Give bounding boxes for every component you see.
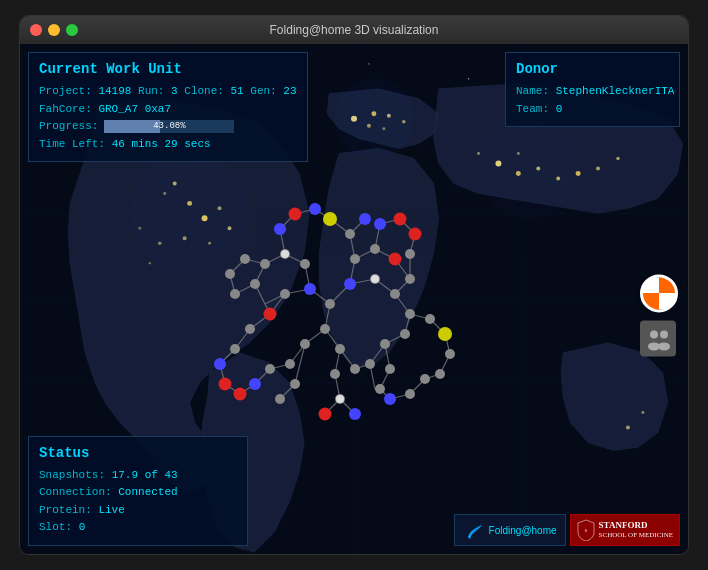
connection-row: Connection: Connected (39, 484, 237, 502)
connection-label: Connection: (39, 486, 112, 498)
svg-point-20 (149, 262, 151, 264)
donor-name-row: Name: StephenKlecknerITA (516, 83, 669, 101)
slot-label: Slot: (39, 521, 72, 533)
time-left-label: Time Left: (39, 138, 105, 150)
progress-label: Progress: (39, 118, 98, 136)
fahcore-label: FahCore: (39, 103, 92, 115)
svg-text:S: S (584, 528, 587, 533)
progress-row: Progress: 43.08% (39, 118, 297, 136)
svg-point-32 (596, 167, 600, 171)
right-icon-group (640, 274, 678, 356)
minimize-button[interactable] (48, 24, 60, 36)
project-label: Project: (39, 85, 92, 97)
gen-value: 23 (283, 85, 296, 97)
snapshots-label: Snapshots: (39, 469, 105, 481)
status-panel: Status Snapshots: 17.9 of 43 Connection:… (28, 436, 248, 546)
maximize-button[interactable] (66, 24, 78, 36)
donor-name-value: StephenKlecknerITA (556, 85, 675, 97)
svg-point-40 (479, 119, 579, 219)
stanford-subtitle: SCHOOL OF MEDICINE (599, 531, 673, 539)
project-row: Project: 14198 Run: 3 Clone: 51 Gen: 23 (39, 83, 297, 101)
main-window: Folding@home 3D visualization (19, 15, 689, 555)
content-area: Current Work Unit Project: 14198 Run: 3 … (20, 44, 688, 554)
fahcore-value: GRO_A7 0xa7 (98, 103, 171, 115)
run-value: 3 (171, 85, 178, 97)
connection-value: Connected (118, 486, 177, 498)
protein-label: Protein: (39, 504, 92, 516)
window-title: Folding@home 3D visualization (270, 23, 439, 37)
time-left-row: Time Left: 46 mins 29 secs (39, 136, 297, 154)
svg-point-34 (477, 152, 480, 155)
donor-team-row: Team: 0 (516, 101, 669, 119)
time-left-value: 46 mins 29 secs (112, 138, 211, 150)
svg-point-37 (641, 411, 644, 414)
svg-point-5 (468, 78, 470, 80)
svg-point-183 (658, 342, 670, 350)
stanford-text-block: STANFORD SCHOOL OF MEDICINE (599, 520, 673, 539)
stanford-shield-icon: S (577, 519, 595, 541)
clone-label: Clone: (184, 85, 224, 97)
protein-value: Live (98, 504, 124, 516)
svg-point-180 (650, 330, 658, 338)
slot-value: 0 (79, 521, 86, 533)
stanford-logo: S STANFORD SCHOOL OF MEDICINE (570, 514, 680, 546)
fah-logo-text: Folding@home (489, 525, 557, 536)
progress-bar-text: 43.08% (104, 120, 234, 133)
slot-row: Slot: 0 (39, 519, 237, 537)
traffic-lights (30, 24, 78, 36)
snapshots-row: Snapshots: 17.9 of 43 (39, 467, 237, 485)
work-unit-title: Current Work Unit (39, 61, 297, 77)
stanford-name: STANFORD (599, 520, 673, 531)
svg-point-39 (334, 79, 414, 159)
fah-bird-icon (463, 519, 485, 541)
close-button[interactable] (30, 24, 42, 36)
lifebuoy-button[interactable] (640, 274, 678, 312)
donor-team-value: 0 (556, 103, 563, 115)
donor-team-label: Team: (516, 103, 549, 115)
current-work-unit-panel: Current Work Unit Project: 14198 Run: 3 … (28, 52, 308, 162)
donor-name-label: Name: (516, 85, 549, 97)
svg-point-182 (660, 330, 668, 338)
clone-value: 51 (231, 85, 244, 97)
fahcore-row: FahCore: GRO_A7 0xa7 (39, 101, 297, 119)
gen-label: Gen: (250, 85, 276, 97)
svg-point-4 (368, 63, 369, 64)
run-label: Run: (138, 85, 164, 97)
progress-bar-container: 43.08% (104, 120, 234, 133)
protein-row: Protein: Live (39, 502, 237, 520)
people-button[interactable] (640, 320, 676, 356)
folding-at-home-logo[interactable]: Folding@home (454, 514, 566, 546)
status-title: Status (39, 445, 237, 461)
snapshots-value: 17.9 of 43 (112, 469, 178, 481)
svg-point-36 (626, 426, 630, 430)
svg-point-33 (616, 157, 620, 161)
project-value: 14198 (98, 85, 131, 97)
donor-title: Donor (516, 61, 669, 77)
titlebar: Folding@home 3D visualization (20, 16, 688, 44)
people-icon (644, 324, 672, 352)
donor-panel: Donor Name: StephenKlecknerITA Team: 0 (505, 52, 680, 127)
bottom-logos: Folding@home S STANFORD SCHOOL OF MEDICI… (454, 514, 680, 546)
